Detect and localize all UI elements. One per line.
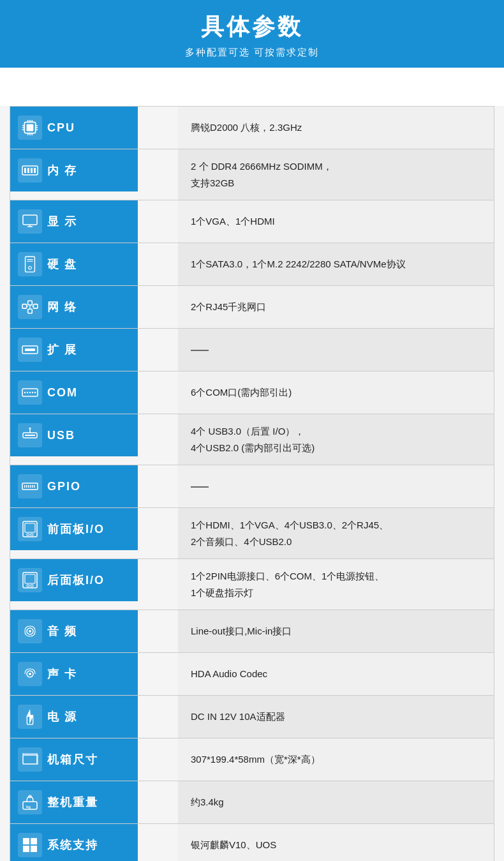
weight-value: 约3.4kg [178, 781, 494, 824]
os-icon [18, 833, 42, 857]
memory-icon [18, 158, 42, 183]
svg-rect-51 [34, 485, 35, 488]
com-icon [18, 380, 42, 405]
svg-rect-22 [26, 257, 35, 272]
gpio-value [178, 465, 494, 508]
gpio-icon [18, 474, 42, 498]
svg-rect-66 [23, 755, 37, 764]
svg-point-36 [24, 392, 26, 393]
table-row: CPU腾锐D2000 八核，2.3GHz [10, 107, 494, 149]
svg-rect-48 [28, 485, 29, 488]
table-row: 硬 盘1个SATA3.0，1个M.2 2242/2280 SATA/NVMe协议 [10, 243, 494, 286]
svg-rect-76 [23, 838, 29, 844]
label-cell-dimension: 机箱尺寸 [10, 738, 138, 781]
svg-text:kg: kg [26, 805, 31, 809]
label-cell-front-io: 前面板I/O [10, 508, 138, 550]
svg-rect-26 [22, 304, 27, 309]
label-cell-os: 系统支持 [10, 824, 138, 861]
com-label: COM [47, 386, 78, 400]
svg-point-23 [29, 266, 32, 269]
com-value: 6个COM口(需内部引出) [178, 371, 494, 414]
svg-rect-53 [25, 523, 35, 532]
svg-point-44 [29, 428, 31, 430]
label-cell-rear-io: 后面板I/O [10, 559, 138, 601]
svg-rect-50 [32, 485, 33, 488]
memory-value: 2 个 DDR4 2666MHz SODIMM，支持32GB [178, 149, 494, 200]
gpio-label: GPIO [47, 480, 81, 493]
table-row: COM6个COM口(需内部引出) [10, 371, 494, 414]
table-row: GPIO [10, 465, 494, 508]
svg-rect-46 [24, 485, 26, 488]
label-cell-memory: 内 存 [10, 149, 138, 191]
expansion-label: 扩 展 [47, 342, 77, 357]
os-label: 系统支持 [47, 837, 98, 853]
page-title: 具体参数 [13, 11, 491, 43]
table-row: 机箱尺寸307*199.4*58mm（宽*深*高） [10, 738, 494, 781]
os-value: 银河麒麟V10、UOS [178, 824, 494, 862]
table-row: 音 频Line-out接口,Mic-in接口 [10, 610, 494, 653]
sound-card-label: 声 卡 [47, 666, 77, 682]
label-cell-power: 电 源 [10, 696, 138, 738]
dimension-label: 机箱尺寸 [47, 752, 98, 767]
svg-rect-59 [31, 585, 33, 587]
dimension-value: 307*199.4*58mm（宽*深*高） [178, 738, 494, 781]
rear-io-icon [18, 568, 42, 592]
svg-point-38 [29, 392, 31, 393]
svg-rect-79 [31, 846, 37, 852]
network-value: 2个RJ45千兆网口 [178, 286, 494, 329]
label-cell-usb: USB [10, 414, 138, 456]
svg-rect-34 [25, 348, 35, 351]
table-row: 内 存2 个 DDR4 2666MHz SODIMM，支持32GB [10, 149, 494, 200]
svg-point-37 [27, 392, 28, 393]
svg-point-63 [29, 673, 31, 675]
cpu-label: CPU [47, 121, 75, 135]
display-icon [18, 209, 42, 234]
svg-rect-1 [27, 124, 34, 131]
svg-rect-17 [31, 168, 33, 173]
label-cell-cpu: CPU [10, 107, 138, 149]
table-row: 后面板I/O1个2PIN电源接口、6个COM、1个电源按钮、1个硬盘指示灯 [10, 559, 494, 610]
table-row: 声 卡HDA Audio Codec [10, 653, 494, 696]
svg-rect-29 [28, 301, 33, 305]
weight-label: 整机重量 [47, 795, 98, 810]
table-row: 扩 展 [10, 329, 494, 371]
table-row: 网 络2个RJ45千兆网口 [10, 286, 494, 329]
power-value: DC IN 12V 10A适配器 [178, 696, 494, 738]
weight-icon: kg [18, 790, 42, 814]
usb-icon [18, 423, 42, 447]
display-label: 显 示 [47, 214, 77, 229]
label-cell-weight: kg整机重量 [10, 781, 138, 823]
label-cell-com: COM [10, 371, 138, 414]
sound-card-icon [18, 662, 42, 686]
svg-point-61 [29, 630, 31, 633]
page-subtitle: 多种配置可选 可按需求定制 [13, 47, 491, 59]
front-io-label: 前面板I/O [47, 521, 105, 537]
audio-value: Line-out接口,Mic-in接口 [178, 610, 494, 653]
rear-io-value: 1个2PIN电源接口、6个COM、1个电源按钮、1个硬盘指示灯 [178, 559, 494, 610]
label-cell-display: 显 示 [10, 200, 138, 243]
table-row: 电 源DC IN 12V 10A适配器 [10, 696, 494, 738]
disk-icon [18, 252, 42, 276]
usb-label: USB [47, 429, 75, 442]
svg-point-39 [32, 392, 33, 393]
dimension-icon [18, 747, 42, 772]
display-value: 1个VGA、1个HDMI [178, 200, 494, 243]
header: 具体参数 多种配置可选 可按需求定制 [0, 0, 504, 106]
network-icon [18, 295, 42, 319]
svg-point-40 [34, 392, 36, 393]
power-icon [18, 705, 42, 729]
expansion-value [178, 329, 494, 371]
svg-rect-55 [31, 534, 33, 535]
disk-label: 硬 盘 [47, 257, 77, 272]
svg-rect-42 [25, 435, 35, 436]
usb-value: 4个 USB3.0（后置 I/O），4个USB2.0 (需内部引出可选) [178, 414, 494, 465]
front-io-icon [18, 517, 42, 541]
svg-rect-16 [27, 168, 29, 173]
svg-rect-58 [27, 585, 29, 587]
svg-rect-78 [23, 846, 29, 852]
sound-card-value: HDA Audio Codec [178, 653, 494, 696]
rear-io-label: 后面板I/O [47, 573, 105, 588]
label-cell-expansion: 扩 展 [10, 329, 138, 371]
svg-rect-18 [34, 168, 36, 173]
table-row: 系统支持银河麒麟V10、UOS [10, 824, 494, 862]
